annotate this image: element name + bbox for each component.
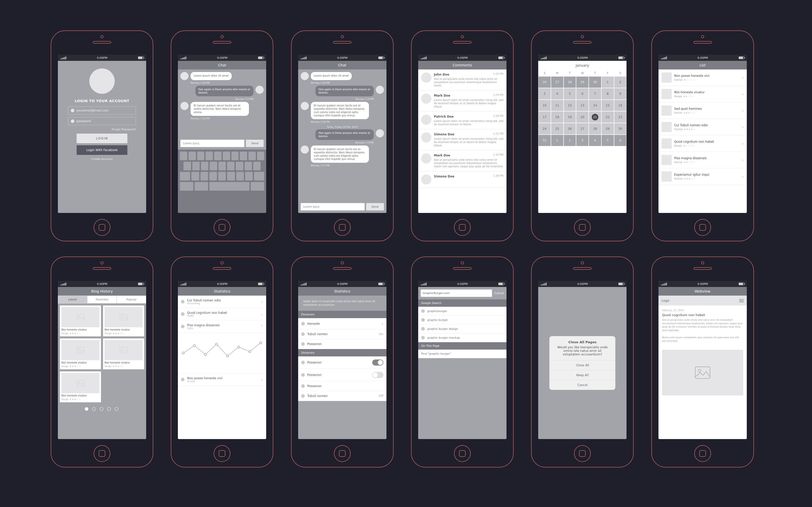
stat-row[interactable]: Quod cognitum non habetTraffic ⌄: [178, 308, 266, 321]
calendar-day[interactable]: 24: [538, 123, 551, 134]
calendar-day[interactable]: 12: [564, 100, 576, 111]
close-all-button[interactable]: Close All: [549, 360, 615, 370]
tab-popular[interactable]: Popular: [117, 295, 146, 303]
comment-item[interactable]: Mark Doe1:33 PM Sed ut perspiciatis unde…: [418, 150, 506, 171]
comments-list[interactable]: John Doe1:20 PM Sed ut perspiciatis unde…: [418, 69, 506, 213]
list-item[interactable]: Nisi honeste vivaturDesign ★★☆☆☆ ›: [658, 86, 747, 102]
calendar-day[interactable]: 5: [564, 88, 576, 100]
calendar-day[interactable]: 3: [576, 134, 589, 146]
keyboard[interactable]: [178, 150, 266, 213]
image-placeholder: [105, 307, 143, 327]
list-item[interactable]: Sed quot hominesInterior ★★★☆☆ ›: [658, 102, 747, 119]
calendar-day[interactable]: 27: [551, 76, 564, 88]
menu-icon[interactable]: [739, 299, 744, 302]
setting-row[interactable]: Possenon: [298, 381, 387, 391]
setting-row[interactable]: Possenon: [298, 369, 387, 381]
list-item[interactable]: Non posse honeste viviFashion ★☆☆☆☆ ›: [658, 69, 747, 86]
blog-card[interactable]: Nisi honeste vivatur Design ★★★☆☆: [103, 338, 144, 369]
calendar-day[interactable]: 6: [576, 88, 589, 100]
comment-item[interactable]: John Doe1:20 PM Sed ut perspiciatis unde…: [418, 69, 506, 91]
setting-row[interactable]: Possenon: [298, 339, 387, 349]
calendar-day[interactable]: 18: [551, 111, 564, 123]
calendar-day[interactable]: 15: [601, 100, 614, 111]
cancel-button[interactable]: Cancel: [549, 380, 615, 390]
login-button[interactable]: LOGIN: [77, 133, 128, 143]
search-suggestion[interactable]: graphicburger: [418, 307, 506, 316]
svg-point-1: [79, 316, 80, 317]
forgot-password-link[interactable]: Forgot Password?: [68, 128, 136, 131]
password-field[interactable]: password: [68, 117, 136, 125]
calendar-day[interactable]: 2: [614, 76, 627, 88]
stat-row[interactable]: Cui Tubuli nomen odioAccounting ⌄: [178, 295, 266, 308]
calendar-day[interactable]: 28: [589, 123, 601, 134]
calendar-day[interactable]: 4: [551, 88, 564, 100]
list-item[interactable]: Experiamur igitur inquiFashion ★★★☆☆ ›: [658, 168, 747, 185]
calendar-day[interactable]: 30: [614, 123, 627, 134]
blog-card[interactable]: Nisi honeste vivatur Design ★★★☆☆: [60, 338, 101, 369]
calendar-day[interactable]: 19: [564, 111, 576, 123]
list-item[interactable]: Quod cognitum non habetDesign ★☆☆☆☆ ›: [658, 135, 747, 152]
search-suggestion[interactable]: graphic burger: [418, 316, 506, 325]
calendar-day[interactable]: 28: [564, 76, 576, 88]
send-button[interactable]: Send: [366, 203, 384, 210]
list-item[interactable]: Piso magna dissensioInterior ★★☆☆☆ ›: [658, 152, 747, 168]
calendar-day[interactable]: 1: [551, 134, 564, 146]
calendar-day[interactable]: 20: [576, 111, 589, 123]
calendar-day[interactable]: 5: [601, 134, 614, 146]
blog-card[interactable]: Nisi honeste vivatur Design ★★★☆☆: [60, 372, 101, 402]
calendar-day[interactable]: 14: [589, 100, 601, 111]
message-input[interactable]: [181, 140, 244, 147]
setting-row[interactable]: Tubuli nomenOff: [298, 391, 387, 401]
search-suggestion[interactable]: graphic burger mockup: [418, 333, 506, 342]
list-item[interactable]: Cui Tubuli nomen odioFashion ★★★★☆ ›: [658, 119, 747, 135]
comment-item[interactable]: Simone Doe1:38 PM: [418, 171, 506, 188]
tab-favorites[interactable]: Favorites: [87, 295, 117, 303]
calendar-day[interactable]: 7: [589, 88, 601, 100]
cancel-button[interactable]: Cancel: [495, 291, 504, 295]
comment-item[interactable]: Simone Doe1:31 PM Lorem ipsum dolor sit …: [418, 129, 506, 150]
email-field[interactable]: youremail@mail.com: [68, 107, 136, 115]
calendar-day[interactable]: 29: [576, 76, 589, 88]
tab-latest[interactable]: Latest: [58, 295, 87, 303]
comment-item[interactable]: Patrick Doe1:29 PM Lorem ipsum dolor sit…: [418, 112, 506, 129]
calendar-day[interactable]: 21: [589, 111, 601, 123]
calendar-day[interactable]: 23: [614, 111, 627, 123]
create-account-link[interactable]: Create Account: [68, 157, 136, 161]
search-result[interactable]: Find "graphic burger": [418, 350, 506, 358]
calendar-day[interactable]: 17: [538, 111, 551, 123]
calendar-day[interactable]: 26: [538, 76, 551, 88]
send-button[interactable]: Send: [246, 140, 264, 147]
comment-item[interactable]: Mark Doe1:24 PM Lorem ipsum dolor sit am…: [418, 91, 506, 112]
search-input[interactable]: [421, 289, 492, 297]
calendar-day[interactable]: 25: [551, 123, 564, 134]
setting-row[interactable]: Tubuli nomenOn: [298, 329, 387, 339]
message-input[interactable]: [301, 203, 365, 210]
calendar-day[interactable]: 16: [614, 100, 627, 111]
setting-row[interactable]: Honeste›: [298, 318, 387, 329]
calendar-day[interactable]: 26: [564, 123, 576, 134]
calendar-day[interactable]: 29: [601, 123, 614, 134]
setting-row[interactable]: Possenon: [298, 356, 387, 369]
calendar-day[interactable]: 10: [538, 100, 551, 111]
facebook-login-button[interactable]: Login With Facebook: [77, 145, 128, 155]
calendar-day[interactable]: 1: [601, 76, 614, 88]
calendar-day[interactable]: 2: [564, 134, 576, 146]
stat-row[interactable]: Piso magna dissensioVisits ⌃: [178, 321, 266, 333]
blog-card[interactable]: Nisi honeste vivatur Design ★★★☆☆: [60, 305, 101, 336]
calendar-day[interactable]: 4: [589, 134, 601, 146]
search-suggestion[interactable]: graphic burger design: [418, 325, 506, 333]
calendar-day[interactable]: 3: [538, 88, 551, 100]
calendar-day[interactable]: 27: [576, 123, 589, 134]
calendar-day[interactable]: 30: [589, 76, 601, 88]
calendar-day[interactable]: 8: [601, 88, 614, 100]
calendar-day[interactable]: 6: [614, 134, 627, 146]
keep-all-button[interactable]: Keep All: [549, 370, 615, 380]
calendar-day[interactable]: 31: [538, 134, 551, 146]
stat-row[interactable]: Non posse honeste viviAccess ⌄: [178, 374, 266, 386]
blog-card[interactable]: Nisi honeste vivatur Design ★★★☆☆: [103, 305, 144, 336]
calendar-day[interactable]: 22: [601, 111, 614, 123]
svg-point-15: [238, 346, 240, 348]
calendar-day[interactable]: 9: [614, 88, 627, 100]
calendar-day[interactable]: 13: [576, 100, 589, 111]
calendar-day[interactable]: 11: [551, 100, 564, 111]
